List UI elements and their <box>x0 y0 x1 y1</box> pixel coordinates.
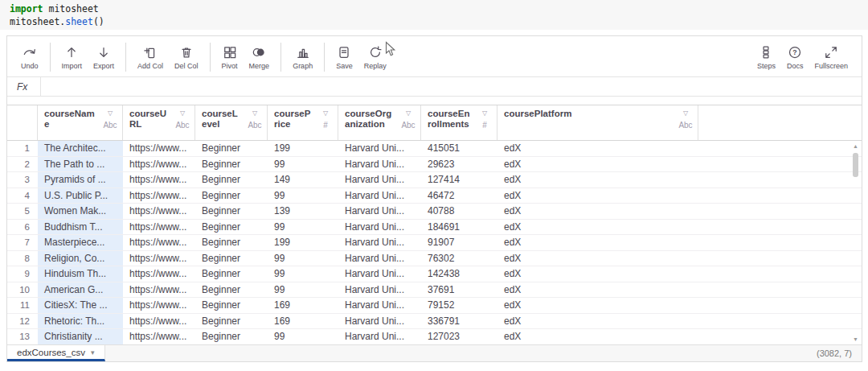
cell-courseURL[interactable]: https://www... <box>123 204 195 219</box>
cell-coursePrice[interactable]: 99 <box>268 282 338 298</box>
cell-courseOrganization[interactable]: Harvard Uni... <box>338 220 421 235</box>
cell-coursePlatform[interactable]: edX <box>497 157 698 172</box>
cell-courseURL[interactable]: https://www... <box>123 141 195 156</box>
cell-courseLevel[interactable]: Beginner <box>195 282 268 298</box>
cell-courseOrganization[interactable]: Harvard Uni... <box>338 282 421 298</box>
cell-courseEnrollments[interactable]: 76302 <box>421 251 497 266</box>
cell-coursePlatform[interactable]: edX <box>497 235 698 250</box>
cell-coursePlatform[interactable]: edX <box>497 172 698 188</box>
cell-courseEnrollments[interactable]: 184691 <box>421 220 497 235</box>
filter-icon[interactable]: ▽ <box>482 109 487 117</box>
cell-coursePrice[interactable]: 99 <box>268 188 338 204</box>
cell-courseName[interactable]: Pyramids of ... <box>38 172 123 188</box>
cell-courseName[interactable]: CitiesX: The ... <box>38 298 123 313</box>
column-header-courseEnrollments[interactable]: courseEnrollments▽# <box>421 105 497 140</box>
cell-courseEnrollments[interactable]: 127414 <box>421 172 497 188</box>
steps-button[interactable]: Steps <box>751 43 781 72</box>
cell-courseLevel[interactable]: Beginner <box>195 188 268 204</box>
cell-courseName[interactable]: Hinduism Th... <box>38 266 123 282</box>
column-header-courseOrganization[interactable]: courseOrganization▽Abc <box>338 105 421 140</box>
cell-courseURL[interactable]: https://www... <box>123 251 195 266</box>
cell-courseLevel[interactable]: Beginner <box>195 266 268 282</box>
cell-courseOrganization[interactable]: Harvard Uni... <box>338 329 421 344</box>
cell-courseOrganization[interactable]: Harvard Uni... <box>338 141 421 156</box>
cell-coursePrice[interactable]: 199 <box>268 235 338 250</box>
chevron-down-icon[interactable]: ▾ <box>91 348 95 357</box>
cell-coursePlatform[interactable]: edX <box>497 282 698 298</box>
cell-courseURL[interactable]: https://www... <box>123 266 195 282</box>
filter-icon[interactable]: ▽ <box>683 109 688 117</box>
column-header-courseLevel[interactable]: courseLevel▽Abc <box>195 105 268 140</box>
cell-coursePlatform[interactable]: edX <box>497 298 698 313</box>
cell-courseURL[interactable]: https://www... <box>123 172 195 188</box>
cell-courseLevel[interactable]: Beginner <box>195 235 268 250</box>
cell-coursePrice[interactable]: 99 <box>268 157 338 172</box>
cell-courseOrganization[interactable]: Harvard Uni... <box>338 204 421 219</box>
scroll-up-icon[interactable]: ▲ <box>853 142 858 150</box>
cell-coursePrice[interactable]: 99 <box>268 266 338 282</box>
cell-courseLevel[interactable]: Beginner <box>195 298 268 313</box>
cell-coursePlatform[interactable]: edX <box>497 266 698 282</box>
cell-courseLevel[interactable]: Beginner <box>195 157 268 172</box>
cell-courseEnrollments[interactable]: 29623 <box>421 157 497 172</box>
replay-button[interactable]: Replay <box>358 43 392 72</box>
cell-courseName[interactable]: The Architec... <box>38 141 123 156</box>
cell-courseLevel[interactable]: Beginner <box>195 204 268 219</box>
fullscreen-button[interactable]: Fullscreen <box>809 43 854 72</box>
undo-button[interactable]: Undo <box>15 43 44 72</box>
formula-input[interactable] <box>41 77 862 96</box>
cell-courseName[interactable]: Buddhism T... <box>38 220 123 235</box>
cell-coursePlatform[interactable]: edX <box>497 251 698 266</box>
cell-courseName[interactable]: Masterpiece... <box>38 235 123 250</box>
cell-courseName[interactable]: Religion, Co... <box>38 251 123 266</box>
graph-button[interactable]: Graph <box>287 43 318 72</box>
cell-courseName[interactable]: American G... <box>38 282 123 298</box>
cell-coursePrice[interactable]: 169 <box>268 314 338 329</box>
column-header-courseURL[interactable]: courseURL▽Abc <box>123 105 195 140</box>
cell-courseEnrollments[interactable]: 127023 <box>421 329 497 344</box>
export-button[interactable]: Export <box>88 43 120 72</box>
cell-courseOrganization[interactable]: Harvard Uni... <box>338 266 421 282</box>
cell-courseURL[interactable]: https://www... <box>123 188 195 204</box>
cell-courseLevel[interactable]: Beginner <box>195 172 268 188</box>
filter-icon[interactable]: ▽ <box>108 109 113 117</box>
cell-courseURL[interactable]: https://www... <box>123 282 195 298</box>
cell-coursePrice[interactable]: 99 <box>268 329 338 344</box>
merge-button[interactable]: Merge <box>244 43 276 72</box>
cell-courseEnrollments[interactable]: 415051 <box>421 141 497 156</box>
import-button[interactable]: Import <box>56 43 88 72</box>
cell-coursePlatform[interactable]: edX <box>497 188 698 204</box>
cell-courseLevel[interactable]: Beginner <box>195 141 268 156</box>
cell-courseName[interactable]: The Path to ... <box>38 157 123 172</box>
cell-courseOrganization[interactable]: Harvard Uni... <box>338 235 421 250</box>
cell-coursePrice[interactable]: 199 <box>268 141 338 156</box>
cell-courseEnrollments[interactable]: 91907 <box>421 235 497 250</box>
cell-coursePlatform[interactable]: edX <box>497 204 698 219</box>
cell-courseURL[interactable]: https://www... <box>123 329 195 344</box>
cell-courseEnrollments[interactable]: 37691 <box>421 282 497 298</box>
add-col-button[interactable]: Add Col <box>132 43 169 72</box>
cell-coursePlatform[interactable]: edX <box>497 329 698 344</box>
code-cell[interactable]: import mitosheet mitosheet.sheet() <box>0 0 868 30</box>
cell-coursePrice[interactable]: 99 <box>268 251 338 266</box>
cell-courseURL[interactable]: https://www... <box>123 235 195 250</box>
cell-courseURL[interactable]: https://www... <box>123 220 195 235</box>
cell-courseName[interactable]: Rhetoric: Th... <box>38 314 123 329</box>
cell-courseName[interactable]: Women Mak... <box>38 204 123 219</box>
cell-courseLevel[interactable]: Beginner <box>195 329 268 344</box>
cell-coursePlatform[interactable]: edX <box>497 220 698 235</box>
column-header-courseName[interactable]: courseName▽Abc <box>38 105 123 140</box>
cell-coursePrice[interactable]: 99 <box>268 220 338 235</box>
cell-courseName[interactable]: Christianity ... <box>38 329 123 344</box>
filter-icon[interactable]: ▽ <box>180 109 185 117</box>
cell-courseOrganization[interactable]: Harvard Uni... <box>338 251 421 266</box>
cell-coursePlatform[interactable]: edX <box>497 314 698 329</box>
cell-coursePrice[interactable]: 149 <box>268 172 338 188</box>
cell-courseEnrollments[interactable]: 46472 <box>421 188 497 204</box>
filter-icon[interactable]: ▽ <box>323 109 328 117</box>
cell-courseLevel[interactable]: Beginner <box>195 251 268 266</box>
filter-icon[interactable]: ▽ <box>252 109 257 117</box>
vertical-scrollbar[interactable]: ▲ ▼ <box>851 142 860 343</box>
cell-courseURL[interactable]: https://www... <box>123 298 195 313</box>
cell-courseEnrollments[interactable]: 79152 <box>421 298 497 313</box>
